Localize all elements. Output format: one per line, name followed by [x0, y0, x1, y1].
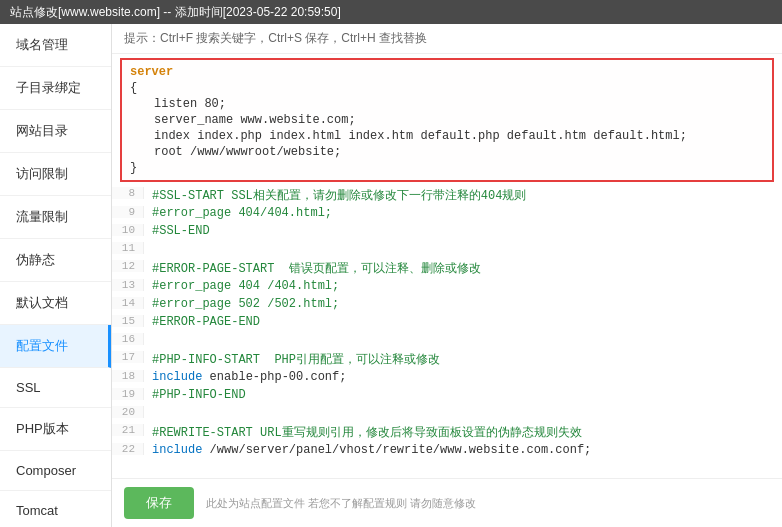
code-line-10: 10 #SSL-END [112, 223, 782, 241]
sidebar-item-traffic[interactable]: 流量限制 [0, 196, 111, 239]
sidebar-item-access[interactable]: 访问限制 [0, 153, 111, 196]
code-line-8: 8 #SSL-START SSL相关配置，请勿删除或修改下一行带注释的404规则 [112, 186, 782, 205]
sidebar: 域名管理 子目录绑定 网站目录 访问限制 流量限制 伪静态 默认文档 配置文件 … [0, 24, 112, 527]
footer-note: 此处为站点配置文件 若您不了解配置规则 请勿随意修改 [206, 496, 476, 511]
save-button[interactable]: 保存 [124, 487, 194, 519]
code-line-17: 17 #PHP-INFO-START PHP引用配置，可以注释或修改 [112, 350, 782, 369]
code-line-13: 13 #error_page 404 /404.html; [112, 278, 782, 296]
sidebar-item-config[interactable]: 配置文件 [0, 325, 111, 368]
code-line-19: 19 #PHP-INFO-END [112, 387, 782, 405]
sidebar-item-pseudo[interactable]: 伪静态 [0, 239, 111, 282]
sidebar-item-subdir[interactable]: 子目录绑定 [0, 67, 111, 110]
code-line-12: 12 #ERROR-PAGE-START 错误页配置，可以注释、删除或修改 [112, 259, 782, 278]
sidebar-item-domain[interactable]: 域名管理 [0, 24, 111, 67]
code-line-16: 16 [112, 332, 782, 350]
highlighted-server-block: server { listen 80; server_name www.webs… [120, 58, 774, 182]
sidebar-item-php[interactable]: PHP版本 [0, 408, 111, 451]
sidebar-item-composer[interactable]: Composer [0, 451, 111, 491]
hint-bar: 提示：Ctrl+F 搜索关键字，Ctrl+S 保存，Ctrl+H 查找替换 [112, 24, 782, 54]
code-line-21: 21 #REWRITE-START URL重写规则引用，修改后将导致面板设置的伪… [112, 423, 782, 442]
sidebar-item-sitedir[interactable]: 网站目录 [0, 110, 111, 153]
code-line-18: 18 include enable-php-00.conf; [112, 369, 782, 387]
sidebar-item-default[interactable]: 默认文档 [0, 282, 111, 325]
code-line-22: 22 include /www/server/panel/vhost/rewri… [112, 442, 782, 460]
code-line-20: 20 [112, 405, 782, 423]
code-line-9: 9 #error_page 404/404.html; [112, 205, 782, 223]
title-bar: 站点修改[www.website.com] -- 添加时间[2023-05-22… [0, 0, 782, 24]
code-editor[interactable]: server { listen 80; server_name www.webs… [112, 54, 782, 478]
code-line-15: 15 #ERROR-PAGE-END [112, 314, 782, 332]
footer-area: 保存 此处为站点配置文件 若您不了解配置规则 请勿随意修改 [112, 478, 782, 527]
sidebar-item-ssl[interactable]: SSL [0, 368, 111, 408]
code-line-11: 11 [112, 241, 782, 259]
title-text: 站点修改[www.website.com] -- 添加时间[2023-05-22… [10, 4, 341, 21]
sidebar-item-tomcat[interactable]: Tomcat [0, 491, 111, 527]
code-line-14: 14 #error_page 502 /502.html; [112, 296, 782, 314]
